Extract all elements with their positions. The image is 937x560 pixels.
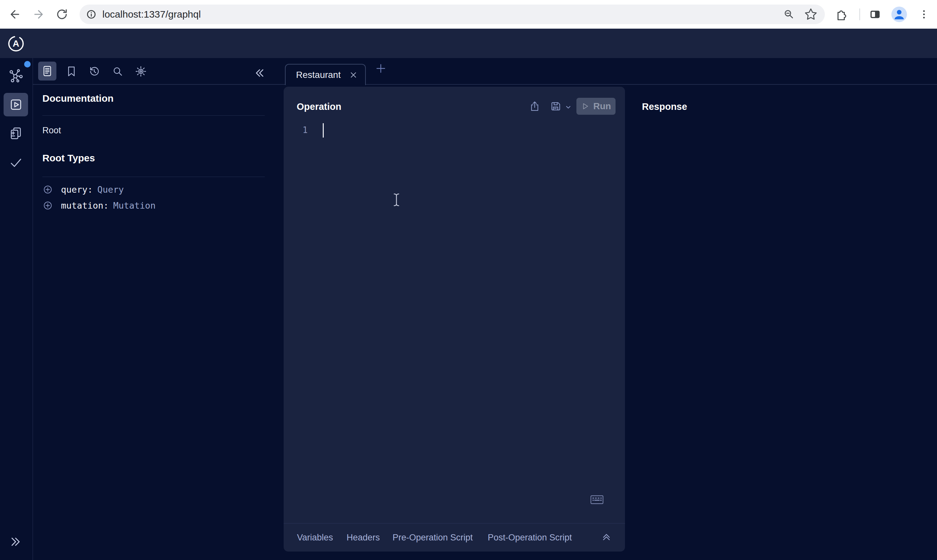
extensions-icon[interactable]	[831, 5, 851, 24]
explorer-icon	[8, 97, 23, 112]
panel-top-divider	[33, 84, 937, 85]
save-icon[interactable]	[550, 100, 562, 112]
bookmark-star-icon[interactable]	[804, 8, 818, 21]
add-field-icon[interactable]	[42, 200, 53, 211]
apollo-logo-letter: A	[13, 38, 19, 49]
back-icon[interactable]	[5, 5, 24, 24]
tab-post-operation-script[interactable]: Post-Operation Script	[488, 532, 572, 543]
tab-close-icon[interactable]	[349, 71, 358, 80]
forward-icon[interactable]	[29, 5, 49, 24]
tab-variables[interactable]: Variables	[297, 532, 333, 543]
docs-tool-documentation[interactable]	[38, 62, 56, 80]
run-play-icon	[581, 102, 589, 111]
keyboard-shortcuts-icon[interactable]	[590, 494, 604, 505]
field-name[interactable]: query:	[61, 185, 93, 195]
tab-title: Restaurant	[296, 70, 341, 80]
operation-title: Operation	[297, 102, 342, 112]
collapse-up-icon[interactable]	[600, 531, 612, 543]
docs-root-types-title: Root Types	[42, 152, 95, 164]
editor-caret	[323, 123, 324, 138]
run-label: Run	[593, 101, 611, 111]
docs-settings-gear-icon[interactable]	[135, 65, 147, 78]
zoom-out-icon[interactable]	[782, 8, 795, 21]
response-title: Response	[642, 102, 687, 112]
browser-chrome: localhost:1337/graphql	[0, 0, 937, 29]
new-tab-icon[interactable]	[374, 62, 387, 75]
apollo-toolbar: A SANDBOX http://localhost:1337/gra… Pub…	[0, 29, 937, 58]
url-text[interactable]: localhost:1337/graphql	[102, 9, 201, 20]
field-name[interactable]: mutation:	[61, 200, 109, 211]
docs-root-link[interactable]: Root	[42, 126, 61, 135]
sidebar-item-explorer[interactable]	[4, 93, 28, 116]
search-icon[interactable]	[111, 65, 124, 78]
editor-line-number: 1	[303, 125, 308, 135]
documentation-list-icon	[41, 65, 54, 77]
run-button[interactable]: Run	[576, 98, 615, 115]
browser-menu-icon[interactable]	[914, 5, 934, 24]
field-type-link[interactable]: Query	[97, 185, 124, 195]
history-icon[interactable]	[88, 65, 100, 78]
reload-icon[interactable]	[52, 5, 72, 24]
checks-icon[interactable]	[8, 155, 23, 170]
field-row-mutation[interactable]: mutation: Mutation	[42, 198, 155, 213]
changelog-diff-icon[interactable]	[8, 126, 23, 141]
save-chevron-down-icon[interactable]	[565, 104, 572, 111]
side-panel-icon[interactable]	[865, 5, 885, 24]
page-info-icon[interactable]	[85, 8, 98, 21]
footer-divider	[284, 523, 625, 523]
bookmark-icon[interactable]	[65, 65, 78, 78]
field-row-query[interactable]: query: Query	[42, 182, 124, 197]
collapse-panel-icon[interactable]	[254, 66, 267, 80]
operation-panel: Operation Run 1 Variables Headers	[284, 87, 625, 552]
address-bar[interactable]: localhost:1337/graphql	[80, 5, 825, 24]
docs-divider	[42, 177, 265, 177]
add-field-icon[interactable]	[42, 184, 53, 195]
profile-avatar[interactable]	[889, 5, 909, 24]
tab-pre-operation-script[interactable]: Pre-Operation Script	[392, 532, 473, 543]
docs-title: Documentation	[42, 93, 114, 104]
tab-headers[interactable]: Headers	[346, 532, 380, 543]
apollo-logo-icon[interactable]: A	[8, 35, 24, 52]
text-cursor	[390, 192, 403, 207]
tab-restaurant[interactable]: Restaurant	[285, 64, 366, 85]
left-rail	[0, 58, 33, 560]
graph-schema-icon[interactable]	[8, 68, 23, 83]
chrome-divider	[859, 8, 860, 20]
field-type-link[interactable]: Mutation	[113, 200, 155, 211]
app-region: Restaurant Documentation Root Root Types…	[0, 58, 937, 560]
rail-notification-dot	[24, 61, 31, 68]
docs-divider	[42, 115, 265, 116]
share-icon[interactable]	[529, 100, 540, 112]
expand-rail-icon[interactable]	[8, 535, 22, 549]
